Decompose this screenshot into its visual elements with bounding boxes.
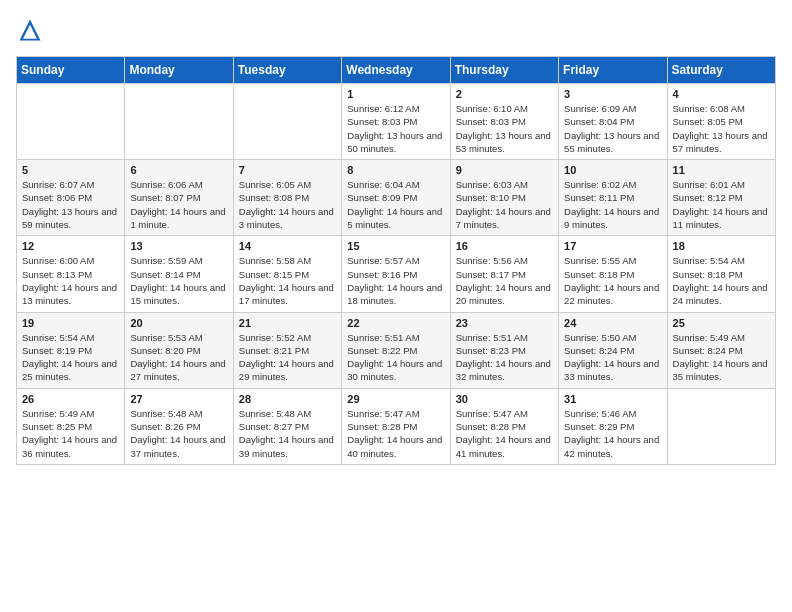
day-info: Sunrise: 5:54 AMSunset: 8:18 PMDaylight:… bbox=[673, 254, 770, 307]
calendar-day-cell: 28Sunrise: 5:48 AMSunset: 8:27 PMDayligh… bbox=[233, 388, 341, 464]
calendar-week-row: 12Sunrise: 6:00 AMSunset: 8:13 PMDayligh… bbox=[17, 236, 776, 312]
calendar-table: SundayMondayTuesdayWednesdayThursdayFrid… bbox=[16, 56, 776, 465]
calendar-day-cell: 19Sunrise: 5:54 AMSunset: 8:19 PMDayligh… bbox=[17, 312, 125, 388]
calendar-day-cell: 5Sunrise: 6:07 AMSunset: 8:06 PMDaylight… bbox=[17, 160, 125, 236]
calendar-day-header: Thursday bbox=[450, 57, 558, 84]
calendar-week-row: 5Sunrise: 6:07 AMSunset: 8:06 PMDaylight… bbox=[17, 160, 776, 236]
day-number: 21 bbox=[239, 317, 336, 329]
day-info: Sunrise: 6:02 AMSunset: 8:11 PMDaylight:… bbox=[564, 178, 661, 231]
calendar-week-row: 26Sunrise: 5:49 AMSunset: 8:25 PMDayligh… bbox=[17, 388, 776, 464]
calendar-day-cell bbox=[17, 84, 125, 160]
day-info: Sunrise: 6:03 AMSunset: 8:10 PMDaylight:… bbox=[456, 178, 553, 231]
day-info: Sunrise: 5:51 AMSunset: 8:22 PMDaylight:… bbox=[347, 331, 444, 384]
calendar-day-header: Monday bbox=[125, 57, 233, 84]
calendar-day-cell: 4Sunrise: 6:08 AMSunset: 8:05 PMDaylight… bbox=[667, 84, 775, 160]
day-number: 26 bbox=[22, 393, 119, 405]
day-number: 11 bbox=[673, 164, 770, 176]
day-info: Sunrise: 5:52 AMSunset: 8:21 PMDaylight:… bbox=[239, 331, 336, 384]
day-number: 29 bbox=[347, 393, 444, 405]
calendar-day-cell: 1Sunrise: 6:12 AMSunset: 8:03 PMDaylight… bbox=[342, 84, 450, 160]
day-info: Sunrise: 6:12 AMSunset: 8:03 PMDaylight:… bbox=[347, 102, 444, 155]
day-number: 20 bbox=[130, 317, 227, 329]
day-info: Sunrise: 6:05 AMSunset: 8:08 PMDaylight:… bbox=[239, 178, 336, 231]
day-number: 14 bbox=[239, 240, 336, 252]
day-info: Sunrise: 5:57 AMSunset: 8:16 PMDaylight:… bbox=[347, 254, 444, 307]
calendar-day-cell: 30Sunrise: 5:47 AMSunset: 8:28 PMDayligh… bbox=[450, 388, 558, 464]
day-info: Sunrise: 5:47 AMSunset: 8:28 PMDaylight:… bbox=[347, 407, 444, 460]
day-number: 5 bbox=[22, 164, 119, 176]
calendar-day-cell bbox=[667, 388, 775, 464]
calendar-day-cell: 8Sunrise: 6:04 AMSunset: 8:09 PMDaylight… bbox=[342, 160, 450, 236]
day-number: 30 bbox=[456, 393, 553, 405]
day-info: Sunrise: 5:53 AMSunset: 8:20 PMDaylight:… bbox=[130, 331, 227, 384]
day-number: 17 bbox=[564, 240, 661, 252]
day-number: 10 bbox=[564, 164, 661, 176]
day-number: 4 bbox=[673, 88, 770, 100]
day-info: Sunrise: 6:09 AMSunset: 8:04 PMDaylight:… bbox=[564, 102, 661, 155]
calendar-day-cell: 31Sunrise: 5:46 AMSunset: 8:29 PMDayligh… bbox=[559, 388, 667, 464]
calendar-day-header: Saturday bbox=[667, 57, 775, 84]
day-number: 3 bbox=[564, 88, 661, 100]
logo-icon bbox=[16, 16, 44, 44]
day-info: Sunrise: 5:55 AMSunset: 8:18 PMDaylight:… bbox=[564, 254, 661, 307]
day-number: 15 bbox=[347, 240, 444, 252]
calendar-day-cell: 2Sunrise: 6:10 AMSunset: 8:03 PMDaylight… bbox=[450, 84, 558, 160]
day-number: 16 bbox=[456, 240, 553, 252]
calendar-day-cell: 16Sunrise: 5:56 AMSunset: 8:17 PMDayligh… bbox=[450, 236, 558, 312]
day-info: Sunrise: 5:47 AMSunset: 8:28 PMDaylight:… bbox=[456, 407, 553, 460]
day-info: Sunrise: 5:48 AMSunset: 8:26 PMDaylight:… bbox=[130, 407, 227, 460]
day-info: Sunrise: 6:08 AMSunset: 8:05 PMDaylight:… bbox=[673, 102, 770, 155]
day-number: 23 bbox=[456, 317, 553, 329]
day-info: Sunrise: 6:07 AMSunset: 8:06 PMDaylight:… bbox=[22, 178, 119, 231]
calendar-day-cell: 9Sunrise: 6:03 AMSunset: 8:10 PMDaylight… bbox=[450, 160, 558, 236]
calendar-day-header: Sunday bbox=[17, 57, 125, 84]
day-info: Sunrise: 5:49 AMSunset: 8:25 PMDaylight:… bbox=[22, 407, 119, 460]
calendar-day-cell: 27Sunrise: 5:48 AMSunset: 8:26 PMDayligh… bbox=[125, 388, 233, 464]
calendar-day-cell: 12Sunrise: 6:00 AMSunset: 8:13 PMDayligh… bbox=[17, 236, 125, 312]
calendar-day-cell bbox=[125, 84, 233, 160]
day-info: Sunrise: 6:06 AMSunset: 8:07 PMDaylight:… bbox=[130, 178, 227, 231]
day-number: 27 bbox=[130, 393, 227, 405]
day-info: Sunrise: 5:46 AMSunset: 8:29 PMDaylight:… bbox=[564, 407, 661, 460]
logo bbox=[16, 16, 48, 44]
calendar-day-cell bbox=[233, 84, 341, 160]
day-number: 25 bbox=[673, 317, 770, 329]
calendar-day-header: Wednesday bbox=[342, 57, 450, 84]
day-info: Sunrise: 5:56 AMSunset: 8:17 PMDaylight:… bbox=[456, 254, 553, 307]
day-number: 28 bbox=[239, 393, 336, 405]
day-number: 7 bbox=[239, 164, 336, 176]
calendar-day-cell: 17Sunrise: 5:55 AMSunset: 8:18 PMDayligh… bbox=[559, 236, 667, 312]
calendar-day-cell: 22Sunrise: 5:51 AMSunset: 8:22 PMDayligh… bbox=[342, 312, 450, 388]
day-info: Sunrise: 6:10 AMSunset: 8:03 PMDaylight:… bbox=[456, 102, 553, 155]
day-number: 8 bbox=[347, 164, 444, 176]
day-info: Sunrise: 6:01 AMSunset: 8:12 PMDaylight:… bbox=[673, 178, 770, 231]
day-info: Sunrise: 5:59 AMSunset: 8:14 PMDaylight:… bbox=[130, 254, 227, 307]
day-number: 31 bbox=[564, 393, 661, 405]
calendar-week-row: 1Sunrise: 6:12 AMSunset: 8:03 PMDaylight… bbox=[17, 84, 776, 160]
day-info: Sunrise: 6:00 AMSunset: 8:13 PMDaylight:… bbox=[22, 254, 119, 307]
day-number: 2 bbox=[456, 88, 553, 100]
calendar-day-cell: 29Sunrise: 5:47 AMSunset: 8:28 PMDayligh… bbox=[342, 388, 450, 464]
calendar-day-cell: 3Sunrise: 6:09 AMSunset: 8:04 PMDaylight… bbox=[559, 84, 667, 160]
calendar-day-header: Friday bbox=[559, 57, 667, 84]
calendar-day-cell: 25Sunrise: 5:49 AMSunset: 8:24 PMDayligh… bbox=[667, 312, 775, 388]
day-number: 13 bbox=[130, 240, 227, 252]
calendar-day-cell: 6Sunrise: 6:06 AMSunset: 8:07 PMDaylight… bbox=[125, 160, 233, 236]
day-number: 19 bbox=[22, 317, 119, 329]
day-info: Sunrise: 5:50 AMSunset: 8:24 PMDaylight:… bbox=[564, 331, 661, 384]
calendar-day-cell: 26Sunrise: 5:49 AMSunset: 8:25 PMDayligh… bbox=[17, 388, 125, 464]
day-number: 12 bbox=[22, 240, 119, 252]
calendar-day-cell: 11Sunrise: 6:01 AMSunset: 8:12 PMDayligh… bbox=[667, 160, 775, 236]
day-info: Sunrise: 5:49 AMSunset: 8:24 PMDaylight:… bbox=[673, 331, 770, 384]
day-info: Sunrise: 5:48 AMSunset: 8:27 PMDaylight:… bbox=[239, 407, 336, 460]
day-info: Sunrise: 5:54 AMSunset: 8:19 PMDaylight:… bbox=[22, 331, 119, 384]
day-number: 18 bbox=[673, 240, 770, 252]
calendar-day-cell: 21Sunrise: 5:52 AMSunset: 8:21 PMDayligh… bbox=[233, 312, 341, 388]
day-number: 6 bbox=[130, 164, 227, 176]
calendar-day-cell: 23Sunrise: 5:51 AMSunset: 8:23 PMDayligh… bbox=[450, 312, 558, 388]
day-info: Sunrise: 5:51 AMSunset: 8:23 PMDaylight:… bbox=[456, 331, 553, 384]
day-number: 24 bbox=[564, 317, 661, 329]
day-number: 22 bbox=[347, 317, 444, 329]
calendar-day-cell: 18Sunrise: 5:54 AMSunset: 8:18 PMDayligh… bbox=[667, 236, 775, 312]
calendar-day-header: Tuesday bbox=[233, 57, 341, 84]
